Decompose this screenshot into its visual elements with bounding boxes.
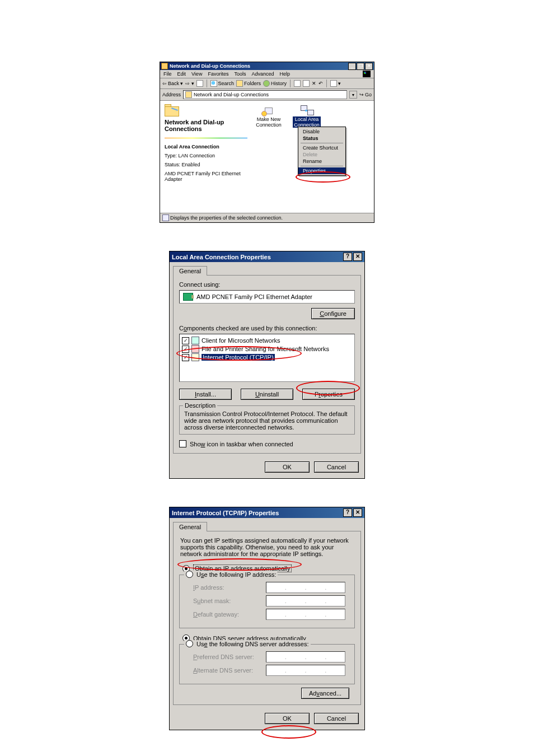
icon-area: Make New Connection Local Area Connectio… bbox=[252, 101, 374, 213]
menubar: File Edit View Favorites Tools Advanced … bbox=[160, 70, 374, 78]
pref-dns-input: ... bbox=[266, 651, 345, 662]
tcpip-properties-dialog: Internet Protocol (TCP/IP) Properties ? … bbox=[169, 507, 365, 730]
ctx-create-shortcut[interactable]: Create Shortcut bbox=[298, 144, 345, 151]
type-line: Type: LAN Connection bbox=[165, 153, 247, 158]
toolbar: ⇦ Back ▾ ⇨ ▾ Search Folders History ✕ ↶ … bbox=[160, 78, 374, 89]
menu-tools[interactable]: Tools bbox=[234, 71, 246, 77]
components-label: Components checked are used by this conn… bbox=[179, 325, 355, 332]
moveto-button[interactable] bbox=[294, 80, 301, 87]
tab-general[interactable]: General bbox=[173, 522, 207, 531]
menu-help[interactable]: Help bbox=[279, 71, 290, 77]
properties-button[interactable]: Properties bbox=[302, 389, 355, 400]
checkbox[interactable] bbox=[182, 346, 189, 353]
back-button[interactable]: ⇦ Back ▾ bbox=[162, 81, 183, 86]
use-dns-radio[interactable]: Use the following DNS server addresses: bbox=[184, 640, 311, 647]
ip-address-row: IP address: ... bbox=[193, 582, 351, 593]
maximize-button[interactable]: ❐ bbox=[357, 63, 364, 70]
fileprint-icon bbox=[191, 345, 199, 353]
checkbox[interactable] bbox=[182, 354, 189, 361]
close-button[interactable]: ✕ bbox=[365, 63, 373, 70]
tcpip-icon bbox=[191, 353, 199, 361]
close-button[interactable]: ✕ bbox=[353, 508, 362, 517]
menu-view[interactable]: View bbox=[191, 71, 202, 77]
titlebar[interactable]: Network and Dial-up Connections _ ❐ ✕ bbox=[160, 62, 374, 70]
close-button[interactable]: ✕ bbox=[353, 253, 362, 261]
client-icon bbox=[191, 337, 199, 344]
go-button[interactable]: ↪Go bbox=[359, 92, 372, 97]
menu-favorites[interactable]: Favorites bbox=[208, 71, 228, 77]
titlebar[interactable]: Local Area Connection Properties ? ✕ bbox=[170, 251, 364, 262]
ctx-status[interactable]: Status bbox=[298, 135, 345, 142]
window-title: Network and Dial-up Connections bbox=[170, 63, 348, 69]
make-new-connection-icon[interactable]: Make New Connection bbox=[255, 104, 282, 128]
intro-text: You can get IP settings assigned automat… bbox=[179, 537, 355, 557]
help-button[interactable]: ? bbox=[343, 508, 352, 517]
ctx-delete: Delete bbox=[298, 151, 345, 158]
info-panel: Network and Dial-up Connections Local Ar… bbox=[160, 101, 252, 213]
components-list[interactable]: Client for Microsoft Networks File and P… bbox=[179, 334, 355, 382]
static-dns-group: Use the following DNS server addresses: … bbox=[179, 644, 355, 684]
search-button[interactable]: Search bbox=[210, 80, 235, 87]
minimize-button[interactable]: _ bbox=[348, 63, 356, 70]
history-button[interactable]: History bbox=[263, 80, 287, 87]
up-button[interactable] bbox=[196, 80, 203, 87]
statusbar: Displays the properties of the selected … bbox=[160, 213, 374, 222]
menu-edit[interactable]: Edit bbox=[177, 71, 186, 77]
cancel-button[interactable]: Cancel bbox=[314, 461, 359, 473]
windows-logo-icon bbox=[363, 71, 371, 77]
cancel-button[interactable]: Cancel bbox=[314, 713, 359, 724]
views-button[interactable]: ▾ bbox=[330, 80, 341, 87]
component-fileprint[interactable]: File and Printer Sharing for Microsoft N… bbox=[182, 345, 352, 353]
address-icon bbox=[185, 91, 192, 98]
status-line: Status: Enabled bbox=[165, 162, 247, 167]
checkbox[interactable] bbox=[182, 337, 189, 344]
alt-dns-input: ... bbox=[266, 665, 345, 676]
ok-button[interactable]: OK bbox=[265, 713, 310, 724]
folder-icon bbox=[165, 104, 180, 116]
forward-button[interactable]: ⇨ ▾ bbox=[185, 81, 194, 86]
description-group: Description Transmission Control Protoco… bbox=[179, 405, 355, 435]
divider-gradient bbox=[165, 138, 247, 138]
ip-address-input: ... bbox=[266, 582, 345, 593]
alt-dns-row: Alternate DNS server: ... bbox=[193, 665, 351, 676]
context-menu: Disable Status Create Shortcut Delete Re… bbox=[298, 127, 346, 176]
advanced-button[interactable]: Advanced... bbox=[301, 688, 349, 699]
lan-icon bbox=[299, 104, 314, 116]
install-button[interactable]: Install... bbox=[179, 389, 232, 400]
ctx-disable[interactable]: Disable bbox=[298, 128, 345, 135]
panel-heading: Network and Dial-up Connections bbox=[165, 119, 247, 132]
titlebar[interactable]: Internet Protocol (TCP/IP) Properties ? … bbox=[170, 507, 364, 518]
address-bar: Address Network and Dial-up Connections … bbox=[160, 89, 374, 101]
radio[interactable] bbox=[186, 571, 193, 578]
menu-advanced[interactable]: Advanced bbox=[251, 71, 274, 77]
ctx-rename[interactable]: Rename bbox=[298, 158, 345, 165]
tab-general[interactable]: General bbox=[173, 266, 207, 276]
uninstall-button[interactable]: Uninstall bbox=[241, 389, 293, 400]
configure-button[interactable]: Configure bbox=[311, 308, 355, 319]
copyto-button[interactable] bbox=[303, 80, 310, 87]
ctx-properties[interactable]: Properties bbox=[298, 167, 345, 174]
delete-button[interactable]: ✕ bbox=[312, 81, 316, 86]
static-ip-group: Use the following IP address: IP address… bbox=[179, 575, 355, 628]
address-label: Address bbox=[162, 92, 181, 97]
gateway-input: ... bbox=[266, 609, 345, 620]
selected-name: Local Area Connection bbox=[165, 144, 247, 150]
ok-button[interactable]: OK bbox=[265, 461, 310, 473]
component-tcpip[interactable]: Internet Protocol (TCP/IP) bbox=[182, 353, 352, 361]
network-connections-window: Network and Dial-up Connections _ ❐ ✕ Fi… bbox=[160, 62, 374, 223]
local-area-connection-icon[interactable]: Local Area Connection bbox=[293, 104, 320, 128]
show-icon-row[interactable]: Show icon in taskbar when connected bbox=[179, 440, 355, 447]
radio[interactable] bbox=[186, 640, 193, 647]
help-button[interactable]: ? bbox=[343, 253, 352, 261]
component-client[interactable]: Client for Microsoft Networks bbox=[182, 337, 352, 344]
gateway-row: Default gateway: ... bbox=[193, 609, 351, 620]
menu-file[interactable]: File bbox=[163, 71, 172, 77]
subnet-row: Subnet mask: ... bbox=[193, 595, 351, 606]
checkbox[interactable] bbox=[179, 440, 186, 447]
folders-button[interactable]: Folders bbox=[236, 80, 261, 87]
address-input[interactable]: Network and Dial-up Connections bbox=[183, 90, 347, 99]
undo-button[interactable]: ↶ bbox=[318, 81, 323, 86]
address-dropdown[interactable]: ▼ bbox=[349, 91, 357, 99]
nic-icon bbox=[183, 293, 193, 301]
use-ip-radio[interactable]: Use the following IP address: bbox=[184, 571, 278, 578]
